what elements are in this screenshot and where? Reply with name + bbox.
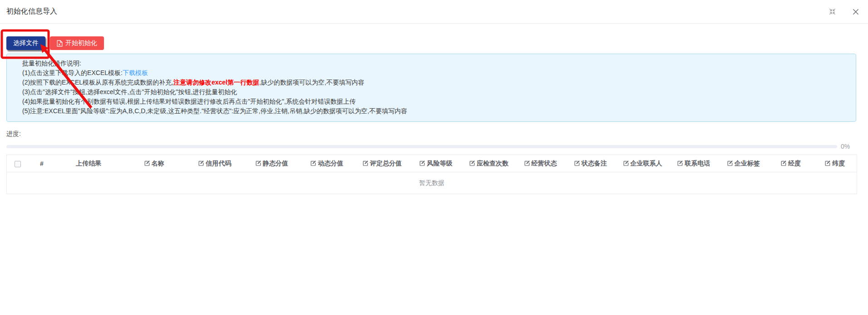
- result-table: #上传结果名称信用代码静态分值动态分值评定总分值风险等级应检查次数经营状态状态备…: [6, 155, 857, 194]
- start-init-label: 开始初始化: [65, 39, 97, 47]
- column-label: 纬度: [832, 160, 845, 167]
- excel-file-icon: [57, 40, 63, 47]
- column-label: 经度: [788, 160, 801, 167]
- close-icon[interactable]: [852, 8, 860, 16]
- column-header-static-score: 静态分值: [244, 155, 300, 172]
- column-label: 风险等级: [427, 160, 452, 167]
- edit-icon: [419, 160, 425, 166]
- column-label: 经营状态: [532, 160, 557, 167]
- table-header-row: #上传结果名称信用代码静态分值动态分值评定总分值风险等级应检查次数经营状态状态备…: [7, 155, 857, 172]
- column-label: 应检查次数: [477, 160, 508, 167]
- column-header-phone: 联系电话: [669, 155, 718, 172]
- instructions-heading: 批量初始化操作说明:: [22, 59, 848, 68]
- progress-track: [6, 145, 837, 148]
- instruction-line-4: (4)如果批量初始化有个别数据有错误,根据上传结果对错误数据进行修改后再点击"开…: [22, 97, 848, 106]
- edit-icon: [727, 160, 733, 166]
- page-title: 初始化信息导入: [6, 7, 57, 16]
- import-dialog: 初始化信息导入 选择文件: [0, 0, 868, 315]
- edit-icon: [524, 160, 530, 166]
- column-label: 联系电话: [685, 160, 710, 167]
- select-all-checkbox[interactable]: [15, 161, 21, 167]
- column-header-status-remark: 状态备注: [565, 155, 616, 172]
- column-label: 上传结果: [76, 160, 101, 167]
- edit-icon: [780, 160, 787, 166]
- column-header-credit-code: 信用代码: [185, 155, 244, 172]
- edit-icon: [310, 160, 316, 166]
- column-header-risk-level: 风险等级: [410, 155, 462, 172]
- edit-icon: [677, 160, 683, 166]
- instruction-line-5: (5)注意:EXCEL里面"风险等级":应为A,B,C,D,未定级,这五种类型.…: [22, 106, 848, 116]
- column-header-contact: 企业联系人: [616, 155, 669, 172]
- column-header-seq: #: [29, 155, 55, 172]
- instructions-box: 批量初始化操作说明: (1)点击这里下载导入的EXCEL模板:下载模板 (2)按…: [6, 54, 856, 122]
- empty-cell: 暂无数据: [7, 172, 857, 194]
- edit-icon: [574, 160, 580, 166]
- instruction-line-2: (2)按照下载的EXCEL模板从原有系统完成数据的补充,注意请勿修改excel第…: [22, 78, 848, 87]
- edit-icon: [255, 160, 261, 166]
- column-header-latitude: 纬度: [813, 155, 857, 172]
- column-header-longitude: 经度: [768, 155, 813, 172]
- empty-row: 暂无数据: [7, 172, 857, 194]
- download-template-link[interactable]: 下载模板: [123, 69, 148, 76]
- instruction-line-3: (3)点击"选择文件"按钮,选择excel文件,点击"开始初始化"按钮,进行批量…: [22, 87, 848, 97]
- select-file-button[interactable]: 选择文件: [6, 36, 45, 50]
- column-header-upload-result: 上传结果: [55, 155, 123, 172]
- column-label: 名称: [152, 160, 164, 167]
- column-label: 动态分值: [318, 160, 343, 167]
- edit-icon: [469, 160, 475, 166]
- edit-icon: [824, 160, 831, 166]
- toolbar: 选择文件 开始初始化: [0, 24, 868, 50]
- start-init-button[interactable]: 开始初始化: [50, 36, 104, 50]
- column-header-business-status: 经营状态: [516, 155, 565, 172]
- column-header-dynamic-score: 动态分值: [300, 155, 355, 172]
- column-label: 状态备注: [582, 160, 607, 167]
- progress-percent: 0%: [841, 143, 853, 150]
- column-header-check-count: 应检查次数: [462, 155, 516, 172]
- dialog-header: 初始化信息导入: [0, 0, 868, 24]
- edit-icon: [144, 160, 150, 166]
- edit-icon: [198, 160, 204, 166]
- progress-bar: 0%: [6, 143, 853, 150]
- column-label: 企业联系人: [631, 160, 662, 167]
- instruction-line-1: (1)点击这里下载导入的EXCEL模板:下载模板: [22, 68, 848, 78]
- column-label: 评定总分值: [370, 160, 402, 167]
- column-header-tags: 企业标签: [718, 155, 769, 172]
- edit-icon: [362, 160, 369, 166]
- column-header-total-score: 评定总分值: [354, 155, 410, 172]
- column-header-checkbox: [7, 155, 29, 172]
- column-label: 信用代码: [206, 160, 231, 167]
- column-label: 企业标签: [735, 160, 760, 167]
- column-header-name: 名称: [123, 155, 186, 172]
- do-not-modify-warning: 注意请勿修改excel第一行数据: [173, 79, 259, 86]
- result-table-wrap: #上传结果名称信用代码静态分值动态分值评定总分值风险等级应检查次数经营状态状态备…: [6, 155, 857, 194]
- edit-icon: [623, 160, 629, 166]
- fullscreen-exit-icon[interactable]: [828, 8, 836, 16]
- column-label: 静态分值: [263, 160, 288, 167]
- column-label: #: [40, 160, 44, 167]
- progress-label: 进度:: [6, 130, 868, 138]
